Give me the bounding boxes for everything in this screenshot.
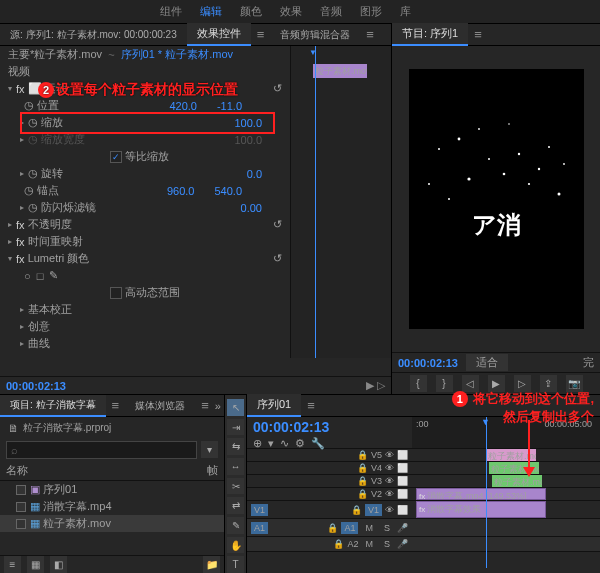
source-v1-patch[interactable]: V1 <box>251 504 268 516</box>
razor-tool-icon[interactable]: ✂ <box>227 478 244 495</box>
tab-assembly[interactable]: 组件 <box>160 4 182 19</box>
lock-icon[interactable]: 🔒 <box>357 489 368 499</box>
fit-dropdown[interactable]: 适合 <box>466 354 508 371</box>
mute-button[interactable]: M <box>361 523 377 533</box>
clip-v2[interactable]: 消散字幕.mp4 [149.53%] <box>427 491 526 500</box>
type-tool-icon[interactable]: T <box>227 556 244 573</box>
ec-clip-chip[interactable]: 粒子素材.mov <box>313 64 367 78</box>
new-bin-icon[interactable]: 📁 <box>203 556 220 573</box>
quality-dropdown[interactable]: 完 <box>583 355 594 370</box>
rotation-value[interactable]: 0.0 <box>247 168 262 180</box>
overflow-icon[interactable]: » <box>215 400 225 412</box>
reset-icon[interactable]: ↺ <box>273 218 282 231</box>
list-item[interactable]: ▣ 序列01 <box>0 481 224 498</box>
track-v1-label[interactable]: V1 <box>365 504 382 516</box>
list-item[interactable]: ▦ 消散字幕.mp4 <box>0 498 224 515</box>
selection-tool-icon[interactable]: ↖ <box>227 399 244 416</box>
mark-in-icon[interactable]: { <box>410 375 427 392</box>
ec-playhead-line[interactable] <box>315 46 316 358</box>
toggle-output-icon[interactable]: 👁 <box>385 476 394 486</box>
icon-view-icon[interactable]: ▦ <box>27 556 44 573</box>
track-a1-label[interactable]: A1 <box>341 522 358 534</box>
opacity-row[interactable]: ▸fx 不透明度↺ <box>0 216 290 233</box>
creative-row[interactable]: ▸创意 <box>0 318 290 335</box>
toggle-output-icon[interactable]: 👁 <box>385 463 394 473</box>
flicker-value[interactable]: 0.00 <box>241 202 262 214</box>
tab-graphics[interactable]: 图形 <box>360 4 382 19</box>
toggle-output-icon[interactable]: 👁 <box>385 450 394 460</box>
checkbox-icon[interactable] <box>110 287 122 299</box>
track-v2-label[interactable]: V2 <box>371 489 382 499</box>
workspace-tabs[interactable]: 组件 编辑 颜色 效果 音频 图形 库 <box>0 0 600 24</box>
lock-icon[interactable]: 🔒 <box>357 450 368 460</box>
program-menu-icon[interactable]: ≡ <box>468 27 488 42</box>
tab-audio[interactable]: 音频 <box>320 4 342 19</box>
pen-tool-icon[interactable]: ✎ <box>227 517 244 534</box>
anchor-y[interactable]: 540.0 <box>214 185 242 197</box>
mixer-menu-icon[interactable]: ≡ <box>360 27 380 42</box>
source-a1-patch[interactable]: A1 <box>251 522 268 534</box>
list-item[interactable]: ▦ 粒子素材.mov <box>0 515 224 532</box>
tab-effects[interactable]: 效果 <box>280 4 302 19</box>
effect-controls-tab[interactable]: 效果控件 <box>187 23 251 46</box>
stopwatch-icon[interactable]: ◷ <box>28 201 38 214</box>
stopwatch-icon[interactable]: ◷ <box>24 184 34 197</box>
timeline-playhead-time[interactable]: 00:00:02:13 <box>253 419 406 435</box>
timeline-tab[interactable]: 序列01 <box>247 394 301 417</box>
frame-column-header[interactable]: 帧 <box>207 463 218 478</box>
project-tab[interactable]: 项目: 粒子消散字幕 <box>0 395 106 417</box>
lock-icon[interactable]: 🔒 <box>357 476 368 486</box>
flicker-row[interactable]: ▸◷ 防闪烁滤镜0.00 <box>0 199 290 216</box>
track-v3-label[interactable]: V3 <box>371 476 382 486</box>
stopwatch-icon[interactable]: ◷ <box>24 99 34 112</box>
toggle-output-icon[interactable]: 👁 <box>385 505 394 515</box>
zoom-icon[interactable]: ▶ ▷ <box>366 379 385 392</box>
track-a2-label[interactable]: A2 <box>347 539 358 549</box>
track-v5-label[interactable]: V5 <box>371 450 382 460</box>
mb-menu-icon[interactable]: ≡ <box>195 398 215 413</box>
voice-icon[interactable]: 🎤 <box>397 523 408 533</box>
hand-tool-icon[interactable]: ✋ <box>227 537 244 554</box>
tab-edit[interactable]: 编辑 <box>200 4 222 19</box>
track-select-tool-icon[interactable]: ⇥ <box>227 419 244 436</box>
rate-stretch-icon[interactable]: ↔ <box>227 458 244 475</box>
lock-icon[interactable]: 🔒 <box>327 523 338 533</box>
uniform-scale-row[interactable]: ✓ 等比缩放 <box>0 148 290 165</box>
hdr-row[interactable]: 高动态范围 <box>0 284 290 301</box>
tab-library[interactable]: 库 <box>400 4 411 19</box>
remap-row[interactable]: ▸fx 时间重映射 <box>0 233 290 250</box>
ec-playhead-time[interactable]: 00:00:02:13 <box>6 380 66 392</box>
lock-icon[interactable]: 🔒 <box>357 463 368 473</box>
mute-button[interactable]: M <box>361 539 377 549</box>
rect-mask-icon[interactable]: □ <box>37 270 44 282</box>
position-y[interactable]: -11.0 <box>217 100 242 112</box>
seq-clip-label[interactable]: 序列01 * 粒子素材.mov <box>121 47 233 62</box>
anchor-row[interactable]: ◷ 锚点960.0540.0 <box>0 182 290 199</box>
project-menu-icon[interactable]: ≡ <box>106 398 126 413</box>
audio-mixer-tab[interactable]: 音频剪辑混合器 <box>270 25 360 45</box>
stopwatch-icon[interactable]: ◷ <box>28 167 38 180</box>
anchor-x[interactable]: 960.0 <box>167 185 195 197</box>
timeline-playhead-line[interactable] <box>486 417 487 568</box>
freeform-icon[interactable]: ◧ <box>50 556 67 573</box>
lock-icon[interactable]: 🔒 <box>351 505 362 515</box>
name-column-header[interactable]: 名称 <box>6 463 207 478</box>
lock-icon[interactable]: 🔒 <box>333 539 344 549</box>
basic-correction-row[interactable]: ▸基本校正 <box>0 301 290 318</box>
position-x[interactable]: 420.0 <box>169 100 197 112</box>
reset-icon[interactable]: ↺ <box>273 82 282 95</box>
curves-row[interactable]: ▸曲线 <box>0 335 290 352</box>
ellipse-mask-icon[interactable]: ○ <box>24 270 31 282</box>
media-browser-tab[interactable]: 媒体浏览器 <box>125 396 195 416</box>
search-input[interactable]: ⌕ <box>6 441 197 459</box>
source-tab[interactable]: 源: 序列1: 粒子素材.mov: 00:00:00:23 <box>0 25 187 45</box>
solo-button[interactable]: S <box>380 539 394 549</box>
voice-icon[interactable]: 🎤 <box>397 539 408 549</box>
pen-mask-icon[interactable]: ✎ <box>49 269 58 282</box>
lumetri-row[interactable]: ▾fx Lumetri 颜色↺ <box>0 250 290 267</box>
ec-menu-icon[interactable]: ≡ <box>251 27 271 42</box>
track-v4-label[interactable]: V4 <box>371 463 382 473</box>
list-view-icon[interactable]: ≡ <box>4 556 21 573</box>
solo-button[interactable]: S <box>380 523 394 533</box>
mark-out-icon[interactable]: } <box>436 375 453 392</box>
